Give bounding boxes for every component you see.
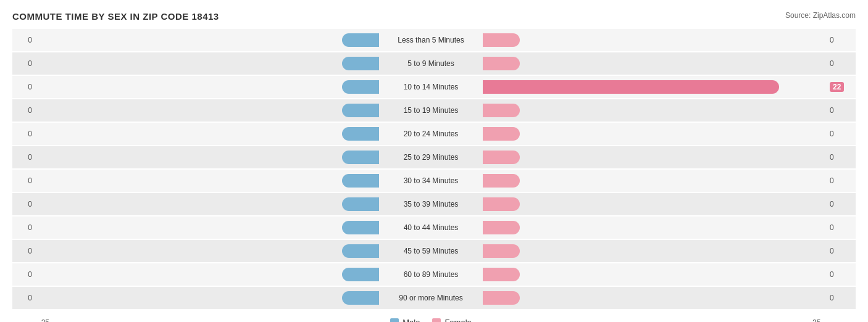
bar-female <box>483 104 520 117</box>
bar-female <box>483 291 520 305</box>
left-value: 0 <box>12 294 37 302</box>
female-side <box>480 197 825 211</box>
male-side <box>37 197 382 211</box>
source-label: Source: ZipAtlas.com <box>785 11 856 20</box>
legend-female-label: Female <box>444 318 471 322</box>
category-label: 45 to 59 Minutes <box>382 247 480 255</box>
right-value: 0 <box>825 270 856 279</box>
bar-row: 0 40 to 44 Minutes 0 <box>12 217 856 239</box>
bar-female <box>483 268 520 281</box>
category-label: 25 to 29 Minutes <box>382 153 480 162</box>
legend-female: Female <box>432 318 471 322</box>
female-side <box>480 244 825 258</box>
bar-female <box>483 80 779 94</box>
center-section: 25 to 29 Minutes <box>37 146 825 168</box>
male-side <box>37 33 382 47</box>
category-label: 90 or more Minutes <box>382 294 480 302</box>
left-value: 0 <box>12 153 37 162</box>
right-value: 0 <box>825 200 856 208</box>
left-value: 0 <box>12 83 37 91</box>
bar-row: 0 30 to 34 Minutes 0 <box>12 170 856 192</box>
category-label: 20 to 24 Minutes <box>382 130 480 138</box>
left-value: 0 <box>12 247 37 255</box>
male-side <box>37 291 382 305</box>
bar-row: 0 10 to 14 Minutes 22 <box>12 76 856 98</box>
right-value: 0 <box>825 294 856 302</box>
center-section: Less than 5 Minutes <box>37 29 825 51</box>
male-side <box>37 80 382 94</box>
center-section: 60 to 89 Minutes <box>37 263 825 286</box>
bar-male <box>342 80 379 94</box>
bar-male <box>342 127 379 141</box>
bar-female <box>483 127 520 141</box>
male-side <box>37 174 382 188</box>
axis-right: 25 <box>812 318 843 323</box>
bar-row: 0 60 to 89 Minutes 0 <box>12 263 856 286</box>
category-label: Less than 5 Minutes <box>382 36 480 44</box>
male-side <box>37 104 382 117</box>
bar-row: 0 25 to 29 Minutes 0 <box>12 146 856 168</box>
bar-male <box>342 33 379 47</box>
male-side <box>37 151 382 164</box>
bar-male <box>342 268 379 281</box>
male-side <box>37 221 382 234</box>
female-side <box>480 268 825 281</box>
bar-row: 0 20 to 24 Minutes 0 <box>12 123 856 145</box>
category-label: 40 to 44 Minutes <box>382 223 480 232</box>
right-value: 0 <box>825 59 856 68</box>
legend-male: Male <box>390 318 420 322</box>
right-value: 0 <box>825 223 856 232</box>
bar-male <box>342 57 379 70</box>
left-value: 0 <box>12 176 37 185</box>
male-side <box>37 57 382 70</box>
bar-row: 0 Less than 5 Minutes 0 <box>12 29 856 51</box>
bar-male <box>342 291 379 305</box>
bar-female <box>483 33 520 47</box>
bottom-section: 25 Male Female 25 <box>12 312 856 322</box>
bar-female <box>483 151 520 164</box>
right-value: 0 <box>825 153 856 162</box>
bar-female <box>483 174 520 188</box>
category-label: 5 to 9 Minutes <box>382 59 480 68</box>
female-side <box>480 33 825 47</box>
center-section: 40 to 44 Minutes <box>37 217 825 239</box>
female-side <box>480 151 825 164</box>
female-side <box>480 291 825 305</box>
center-section: 10 to 14 Minutes <box>37 76 825 98</box>
bar-row: 0 15 to 19 Minutes 0 <box>12 99 856 122</box>
bar-female <box>483 221 520 234</box>
center-section: 45 to 59 Minutes <box>37 240 825 262</box>
bar-row: 0 5 to 9 Minutes 0 <box>12 52 856 75</box>
legend-male-label: Male <box>403 318 420 322</box>
male-side <box>37 244 382 258</box>
bar-male <box>342 174 379 188</box>
bar-female <box>483 57 520 70</box>
bar-row: 0 45 to 59 Minutes 0 <box>12 240 856 262</box>
female-side <box>480 174 825 188</box>
left-value: 0 <box>12 200 37 208</box>
category-label: 60 to 89 Minutes <box>382 270 480 279</box>
center-section: 30 to 34 Minutes <box>37 170 825 192</box>
female-side <box>480 127 825 141</box>
right-value: 0 <box>825 130 856 138</box>
male-side <box>37 127 382 141</box>
chart-title: COMMUTE TIME BY SEX IN ZIP CODE 18413 <box>12 11 856 22</box>
category-label: 15 to 19 Minutes <box>382 106 480 115</box>
left-value: 0 <box>12 130 37 138</box>
center-section: 15 to 19 Minutes <box>37 99 825 122</box>
right-value: 0 <box>825 106 856 115</box>
bar-female <box>483 197 520 211</box>
male-side <box>37 268 382 281</box>
left-value: 0 <box>12 36 37 44</box>
legend-female-box <box>432 318 441 323</box>
bar-male <box>342 221 379 234</box>
left-value: 0 <box>12 59 37 68</box>
left-value: 0 <box>12 106 37 115</box>
chart-container: COMMUTE TIME BY SEX IN ZIP CODE 18413 So… <box>0 0 868 322</box>
right-value: 22 <box>825 83 856 91</box>
center-section: 90 or more Minutes <box>37 287 825 309</box>
female-side <box>480 80 825 94</box>
center-section: 35 to 39 Minutes <box>37 193 825 215</box>
female-side <box>480 104 825 117</box>
axis-left: 25 <box>25 318 49 323</box>
